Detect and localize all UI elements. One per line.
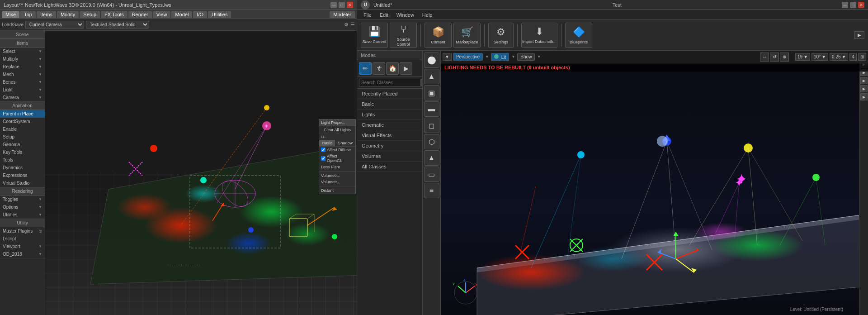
lw-sidebar-item-select[interactable]: Select ▼ [0,48,45,55]
ue-minimize-btn[interactable]: — [842,2,848,8]
lw-camera-select[interactable]: Current Camera [25,21,84,29]
ue-close-btn[interactable]: ✕ [858,2,864,8]
lw-minimize-btn[interactable]: — [330,2,337,8]
ue-settings-button[interactable]: ⚙ Settings [488,23,514,48]
ue-toolbar-expand-btn[interactable]: ▶ [854,31,864,39]
ue-flat-icon[interactable]: ▭ [424,167,439,182]
ue-mode-play-icon[interactable]: ▶ [400,62,412,75]
affect-opengl-checkbox[interactable] [321,156,326,161]
ue-arrow-icon[interactable]: ▲ [424,69,439,84]
ue-class-geometry[interactable]: Geometry [357,141,422,151]
ue-mode-landscape-icon[interactable]: 🏠 [386,62,399,75]
ue-lit-btn[interactable]: Lit [491,53,509,61]
ue-class-volumes[interactable]: Volumes [357,151,422,162]
ue-transform-move-btn[interactable]: ↔ [760,52,769,62]
ue-strip-btn-5[interactable]: ▶ [860,85,868,92]
ue-cube-icon[interactable]: ◻ [424,118,439,133]
lw-tab-modeler[interactable]: Modeler [330,11,355,18]
ue-class-visual-effects[interactable]: Visual Effects [357,130,422,141]
ue-menu-window[interactable]: Window [393,11,418,19]
ue-cylinder-icon[interactable]: ⬡ [424,134,439,149]
ue-lit-arrow[interactable]: ▼ [510,55,516,59]
light-props-tab-basic[interactable]: Basic [319,140,335,146]
lw-tab-fxtools[interactable]: FX Tools [101,11,127,18]
lw-maximize-btn[interactable]: □ [339,2,345,8]
ue-menu-help[interactable]: Help [419,11,436,19]
lw-tab-top[interactable]: Top [20,11,36,18]
ue-save-current-button[interactable]: 💾 Save Current [361,23,388,48]
lw-sidebar-item-options[interactable]: Options ▼ [0,203,45,211]
lw-render-mode-select[interactable]: Textured Shaded Solid [86,21,149,29]
ue-camera-speed-btn[interactable]: 4 [849,53,857,61]
lw-sidebar-item-viewport[interactable]: Viewport ▼ [0,243,45,250]
lw-tab-mike[interactable]: Mike [2,11,19,18]
lw-sidebar-item-virtual-studio[interactable]: Virtual Studio [0,179,45,187]
lw-sidebar-item-toggles[interactable]: Toggles ▼ [0,196,45,203]
ue-strip-btn-4[interactable]: ▶ [860,77,868,84]
ue-stair-icon[interactable]: ≡ [424,183,439,198]
ue-rot-snap-btn[interactable]: 10° ▼ [811,53,828,61]
lw-sidebar-item-light[interactable]: Light ▼ [0,86,45,94]
ue-scale-snap-btn[interactable]: 0.25 ▼ [830,53,848,61]
ue-source-control-button[interactable]: ⑂ Source Control [390,23,417,48]
ue-class-basic[interactable]: Basic [357,99,422,110]
lw-sidebar-item-mesh[interactable]: Mesh ▼ [0,71,45,78]
lw-sidebar-item-expressions[interactable]: Expressions [0,172,45,179]
ue-vp-dropdown-btn[interactable]: ▼ [443,53,452,61]
lw-sidebar-item-genoma[interactable]: Genoma [0,141,45,148]
affect-diffuse-checkbox[interactable] [321,148,326,152]
lw-tab-io[interactable]: I/O [193,11,207,18]
lw-sidebar-item-tools[interactable]: Tools [0,156,45,164]
ue-transform-scale-btn[interactable]: ⊕ [780,52,789,62]
ue-blueprints-button[interactable]: 🔷 Blueprints [565,23,592,48]
lw-sidebar-item-dynamics[interactable]: Dynamics [0,164,45,172]
ue-shape-icon[interactable]: ▣ [424,85,439,100]
ue-plane-icon[interactable]: ▬ [424,101,439,117]
lw-settings-icon[interactable]: ⚙ [344,22,349,28]
lw-tab-render[interactable]: Render [128,11,152,18]
lw-sidebar-item-keytools[interactable]: Key Tools [0,148,45,156]
ue-perspective-arrow[interactable]: ▼ [484,55,490,59]
lw-sidebar-item-bones[interactable]: Bones ▼ [0,78,45,86]
ue-main-viewport[interactable]: ▼ Perspective ▼ Lit ▼ Show ▼ ↔ ↺ [441,51,868,315]
ue-import-datasmith-button[interactable]: ⬇ Import Datasmith... [521,23,557,48]
lw-tab-utilities[interactable]: Utilities [208,11,231,18]
ue-show-btn[interactable]: Show [517,53,535,61]
ue-content-button[interactable]: 📦 Content [425,23,452,48]
lw-sidebar-item-parent-in-place[interactable]: Parent in Place [0,110,45,118]
ue-cone-icon[interactable]: ▲ [424,150,439,166]
lw-sidebar-item-camera[interactable]: Camera ▼ [0,94,45,101]
ue-strip-btn-6[interactable]: ▶ [860,93,868,100]
ue-mode-paint-icon[interactable]: 🗡 [373,62,385,75]
ue-menu-file[interactable]: File [360,11,375,19]
lw-sidebar-item-od2018[interactable]: OD_2018 ▼ [0,250,45,258]
lw-viewport[interactable]: ✦ [45,31,357,315]
clear-all-lights-button[interactable]: Clear All Lights [319,126,355,134]
lw-tab-modify[interactable]: Modify [57,11,79,18]
lw-sidebar-item-enable[interactable]: Enable [0,125,45,133]
ue-mode-place-icon[interactable]: ✏ [359,62,372,75]
lw-tab-model[interactable]: Model [171,11,192,18]
lw-sidebar-item-multiply[interactable]: Multiply ▼ [0,55,45,63]
light-props-tab-shadow[interactable]: Shadow [335,140,355,146]
ue-marketplace-button[interactable]: 🛒 Marketplace [453,23,481,48]
ue-class-cinematic[interactable]: Cinematic [357,120,422,130]
lw-sidebar-item-lscript[interactable]: Lscript [0,235,45,243]
ue-search-input[interactable] [359,79,421,86]
ue-class-lights[interactable]: Lights [357,110,422,120]
lw-tab-items[interactable]: Items [37,11,56,18]
lw-close-btn[interactable]: ✕ [347,2,353,8]
lw-tab-setup[interactable]: Setup [80,11,100,18]
ue-sphere-icon[interactable]: ⚪ [424,52,439,68]
ue-menu-edit[interactable]: Edit [376,11,392,19]
ue-maximize-btn[interactable]: ⊞ [858,53,866,61]
lw-menu-icon[interactable]: ☰ [350,22,355,28]
ue-class-recently-placed[interactable]: Recently Placed [357,89,422,99]
ue-transform-rotate-btn[interactable]: ↺ [770,52,779,62]
ue-class-all-classes[interactable]: All Classes [357,162,422,172]
ue-maximize-btn[interactable]: □ [850,2,856,8]
ue-show-arrow[interactable]: ▼ [536,55,542,59]
lw-sidebar-item-utilities-render[interactable]: Utilities ▼ [0,211,45,219]
lw-tab-view[interactable]: View [153,11,171,18]
lw-sidebar-item-replace[interactable]: Replace ▼ [0,63,45,71]
